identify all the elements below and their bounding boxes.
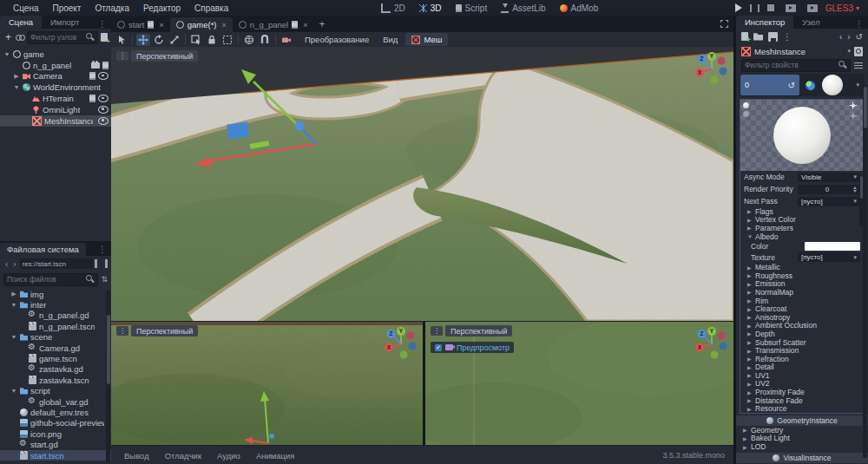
bottom-tab-0[interactable]: Вывод [118,449,155,462]
dock-menu-icon[interactable]: ⋮ [94,245,111,254]
preview-sphere-toggle-icon[interactable] [743,102,749,108]
axis-gizmo[interactable] [694,325,730,362]
tree-expand-icon[interactable]: ▼ [10,334,17,340]
group-flags[interactable]: ▶Flags [740,207,864,216]
snap-icon[interactable] [258,34,272,46]
scene-node-game[interactable]: ▼game [0,49,111,60]
tree-expand-icon[interactable]: ▼ [10,388,17,394]
render-priority-spinbox[interactable]: 0 [798,185,860,194]
lock-icon[interactable] [205,34,219,46]
viewport-menu-icon[interactable]: ⋮ [431,326,443,336]
group-roughness[interactable]: ▶Roughness [740,271,864,280]
expand-viewport-icon[interactable] [720,20,728,28]
file-zastavka.gd[interactable]: zastavka.gd [0,364,111,375]
file-script[interactable]: ▼script [0,386,111,396]
axis-gizmo[interactable] [383,325,419,362]
file-game.tscn[interactable]: game.tscn [0,353,111,363]
viewport-bottom-right[interactable]: ⋮ Перспективный ✓ Предпросмотр [425,322,733,445]
node-filter-input[interactable] [27,31,98,44]
attach-script-icon[interactable] [101,33,108,42]
menubar-menu-2[interactable]: Отладка [89,2,135,15]
scene-tab-1[interactable]: game(*)× [170,17,233,32]
property-filter-field[interactable] [745,61,838,69]
group-uv2[interactable]: ▶UV2 [740,380,864,389]
list-select-icon[interactable] [189,34,203,46]
tree-expand-icon[interactable]: ▼ [10,302,17,308]
tree-expand-icon[interactable]: ▼ [3,51,10,57]
file-img[interactable]: ▶img [0,289,111,299]
dock-menu-icon[interactable]: ⋮ [94,19,111,29]
move-tool-icon[interactable] [136,34,150,46]
viewport-bottom-left[interactable]: ⋮ Перспективный [111,322,423,445]
3d-scene[interactable] [111,47,733,321]
edited-node-row[interactable]: MeshInstance ▾ [736,44,868,58]
light1-toggle-icon[interactable] [850,102,857,109]
file-default_env.tres[interactable]: default_env.tres [0,407,111,417]
albedo-texture-dropdown[interactable]: [пусто]▾ [798,252,860,262]
checkbox-checked-icon[interactable]: ✓ [435,344,442,351]
group-emission[interactable]: ▶Emission [740,280,864,289]
group-resource[interactable]: ▶Resource [740,404,864,413]
viewport-menu-icon[interactable]: ⋮ [116,326,128,336]
menubar-menu-0[interactable]: Сцена [7,2,44,15]
renderer-selector[interactable]: GLES3 ▾ [825,3,859,13]
save-resource-icon[interactable] [768,32,778,42]
new-resource-icon[interactable] [741,32,748,41]
split-view-icon[interactable] [95,259,108,268]
surface-slot-button[interactable]: 0 ↺ [740,75,799,95]
rotate-tool-icon[interactable] [152,34,166,46]
tab-node[interactable]: Узел [793,16,828,29]
group-ambient-occlusion[interactable]: ▶Ambient Occlusion [740,322,864,330]
pause-button[interactable] [750,4,760,12]
dock-menu-icon[interactable]: ⋮ [851,19,868,29]
chevron-down-icon[interactable]: ▾ [856,82,859,88]
group-geometry[interactable]: ▶Geometry [736,426,868,435]
group-uv1[interactable]: ▶UV1 [740,371,864,380]
inspector-scrollbar[interactable] [863,85,867,458]
group-proximity-fade[interactable]: ▶Proximity Fade [740,388,864,396]
camera-preview-toggle[interactable]: ✓ Предпросмотр [431,342,514,353]
bottom-tab-1[interactable]: Отладчик [159,449,207,462]
bottom-tab-3[interactable]: Анимация [250,449,301,462]
select-tool-icon[interactable] [115,34,128,46]
scene-tab-0[interactable]: start× [111,17,170,32]
workspace-admob[interactable]: AdMob [555,2,604,15]
group-depth[interactable]: ▶Depth [740,330,864,338]
close-tab-icon[interactable]: × [303,21,307,29]
revert-icon[interactable]: ↺ [788,81,795,90]
group-parameters[interactable]: ▶Parameters [740,224,864,232]
filesystem-scrollbar[interactable] [106,291,110,462]
group-anisotropy[interactable]: ▶Anisotropy [740,313,864,322]
file-inter[interactable]: ▼inter [0,299,111,310]
axis-gizmo[interactable] [694,50,730,87]
history-forward-icon[interactable]: › [847,32,850,42]
scene-node-MeshInstance[interactable]: MeshInstance [0,115,111,127]
menubar-menu-4[interactable]: Справка [188,2,234,15]
material-thumbnail[interactable] [822,75,843,95]
tree-expand-icon[interactable]: ▶ [10,291,17,297]
scene-node-OmniLight[interactable]: OmniLight [0,104,111,115]
sort-files-icon[interactable]: ⇅ [101,275,108,284]
add-node-button[interactable]: + [3,33,13,42]
viewport-menu-2[interactable]: Меш [405,33,448,46]
group-rim[interactable]: ▶Rim [740,297,864,305]
script-badge-icon[interactable] [102,62,108,69]
group-subsurf-scatter[interactable]: ▶Subsurf Scatter [740,338,864,347]
file-start.tscn[interactable]: start.tscn [0,450,111,461]
group-transmission[interactable]: ▶Transmission [740,346,864,355]
file-global_var.gd[interactable]: global_var.gd [0,396,111,407]
nav-forward-icon[interactable]: › [11,259,17,269]
script-badge-icon[interactable] [89,72,95,80]
tab-scene[interactable]: Сцена [0,16,42,29]
menubar-menu-1[interactable]: Проект [46,2,87,15]
group-clearcoat[interactable]: ▶Clearcoat [740,304,864,313]
history-icon[interactable]: ↺ [856,32,863,42]
group-metallic[interactable]: ▶Metallic [740,263,864,271]
scene-node-HTerrain[interactable]: HTerrain [0,93,111,104]
load-resource-icon[interactable] [753,32,763,42]
file-scene[interactable]: ▼scene [0,332,111,343]
group-refraction[interactable]: ▶Refraction [740,355,864,363]
workspace-2d[interactable]: 2D [376,2,411,15]
eye-badge-icon[interactable] [98,95,108,102]
instance-scene-icon[interactable] [16,34,24,41]
